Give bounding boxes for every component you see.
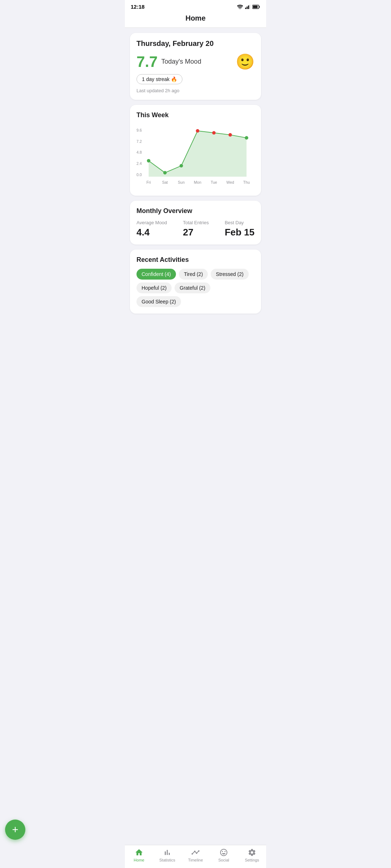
svg-text:Wed: Wed (226, 180, 234, 184)
status-icons (237, 5, 260, 9)
total-entries-label: Total Entries (183, 220, 209, 225)
svg-text:Thu: Thu (243, 180, 250, 184)
activity-tag: Good Sleep (2) (136, 296, 181, 307)
monthly-title: Monthly Overview (136, 207, 255, 215)
svg-text:4.8: 4.8 (136, 150, 142, 154)
page-title: Home (125, 14, 266, 22)
monthly-card: Monthly Overview Average Mood 4.4 Total … (130, 201, 261, 244)
activity-tag: Tired (2) (179, 269, 208, 280)
chart-dot-sat (163, 171, 167, 175)
chart-dot-fri (147, 159, 151, 163)
main-content: Thursday, February 20 7.7 Today's Mood 🙂… (125, 28, 266, 342)
activity-tag: Stressed (2) (211, 269, 248, 280)
svg-text:7.2: 7.2 (136, 139, 142, 144)
chart-dot-sun (180, 164, 183, 168)
mood-emoji: 🙂 (236, 53, 255, 71)
chart-dot-wed (228, 133, 232, 137)
activities-card: Recent Activities Confident (4)Tired (2)… (130, 250, 261, 314)
week-title: This Week (136, 111, 255, 119)
average-mood-label: Average Mood (136, 220, 167, 225)
svg-rect-1 (247, 7, 248, 9)
svg-rect-5 (259, 6, 260, 8)
svg-text:9.6: 9.6 (136, 128, 142, 132)
svg-text:Fri: Fri (146, 180, 151, 184)
monthly-stats: Average Mood 4.4 Total Entries 27 Best D… (136, 220, 255, 238)
last-updated: Last updated 2h ago (136, 88, 255, 93)
svg-rect-2 (248, 5, 249, 9)
svg-text:Tue: Tue (211, 180, 217, 184)
svg-text:2.4: 2.4 (136, 161, 142, 166)
today-date: Thursday, February 20 (136, 39, 255, 48)
best-day-label: Best Day (225, 220, 255, 225)
week-card: This Week 9.6 7.2 4.8 2.4 0.0 (130, 105, 261, 196)
mood-value: 7.7 (136, 54, 157, 69)
svg-text:Sun: Sun (178, 180, 185, 184)
stat-best-day: Best Day Feb 15 (225, 220, 255, 238)
wifi-icon (237, 5, 243, 9)
status-bar: 12:18 (125, 0, 266, 11)
svg-text:Sat: Sat (162, 180, 168, 184)
svg-text:Mon: Mon (194, 180, 202, 184)
mood-label: Today's Mood (161, 58, 201, 65)
chart-dot-mon (196, 129, 199, 133)
average-mood-value: 4.4 (136, 227, 167, 238)
stat-average-mood: Average Mood 4.4 (136, 220, 167, 238)
svg-rect-6 (253, 5, 258, 8)
svg-rect-3 (249, 5, 250, 9)
activity-tag: Grateful (2) (175, 282, 210, 293)
mood-row: 7.7 Today's Mood 🙂 (136, 53, 255, 71)
total-entries-value: 27 (183, 227, 209, 238)
chart-dot-thu (245, 136, 248, 140)
mood-left: 7.7 Today's Mood (136, 54, 201, 69)
chart-area (149, 131, 247, 177)
activities-title: Recent Activities (136, 256, 255, 264)
today-card: Thursday, February 20 7.7 Today's Mood 🙂… (130, 33, 261, 100)
status-time: 12:18 (131, 4, 144, 10)
streak-badge: 1 day streak 🔥 (136, 74, 182, 84)
chart-svg: 9.6 7.2 4.8 2.4 0.0 (136, 124, 255, 189)
activities-row: Confident (4)Tired (2)Stressed (2)Hopefu… (136, 269, 255, 307)
battery-icon (252, 5, 260, 9)
week-chart: 9.6 7.2 4.8 2.4 0.0 (136, 124, 255, 189)
svg-rect-0 (245, 8, 246, 9)
stat-total-entries: Total Entries 27 (183, 220, 209, 238)
signal-icon (245, 5, 250, 9)
svg-text:0.0: 0.0 (136, 173, 142, 177)
best-day-value: Feb 15 (225, 227, 255, 238)
activity-tag: Confident (4) (136, 269, 176, 280)
activity-tag: Hopeful (2) (136, 282, 172, 293)
app-header: Home (125, 11, 266, 28)
chart-dot-tue (212, 131, 216, 135)
